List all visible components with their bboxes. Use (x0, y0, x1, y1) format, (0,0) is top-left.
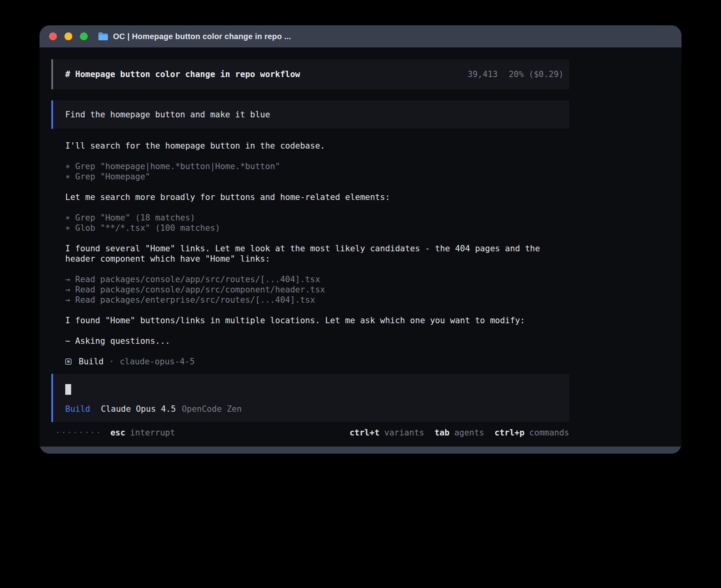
assistant-status-text: ~ Asking questions... (65, 336, 569, 346)
tool-call-group: → Read packages/console/app/src/routes/[… (65, 274, 569, 305)
user-message-text: Find the homepage button and make it blu… (65, 110, 270, 119)
zoom-window-button[interactable] (80, 32, 88, 40)
session-title: # Homepage button color change in repo w… (65, 69, 300, 79)
prompt-input[interactable]: BuildClaude Opus 4.5OpenCode Zen (51, 374, 569, 422)
esc-key-hint: esc (110, 428, 125, 438)
assistant-text: Let me search more broadly for buttons a… (65, 192, 569, 202)
tool-call-grep: ∗ Grep "Homepage" (65, 172, 569, 182)
assistant-text: I found "Home" buttons/links in multiple… (65, 315, 569, 326)
assistant-text: I'll search for the homepage button in t… (65, 141, 569, 151)
context-usage: 20% ($0.29) (509, 70, 564, 79)
folder-icon (98, 32, 108, 41)
mode-label: Build (65, 404, 90, 414)
shortcut-agents: tab agents (434, 428, 484, 438)
titlebar[interactable]: OC | Homepage button color change in rep… (40, 25, 681, 47)
assistant-response: I'll search for the homepage button in t… (65, 141, 569, 356)
session-meta: 39,41320% ($0.29) (468, 69, 564, 79)
prompt-input-line[interactable] (65, 384, 564, 395)
spinner-dots: ········ (55, 428, 102, 438)
window-title: OC | Homepage button color change in rep… (113, 32, 291, 41)
agent-status-row: Build · claude-opus-4-5 (65, 356, 569, 367)
tool-call-read: → Read packages/console/app/src/routes/[… (65, 274, 569, 285)
shortcut-commands: ctrl+p commands (495, 428, 569, 438)
shortcut-variants: ctrl+t variants (349, 428, 424, 438)
model-label: Claude Opus 4.5 (101, 404, 176, 414)
minimize-window-button[interactable] (64, 32, 72, 40)
assistant-text: I found several "Home" links. Let me loo… (65, 243, 569, 264)
tool-call-group: ∗ Grep "homepage|home.*button|Home.*butt… (65, 161, 569, 182)
esc-key-label: interrupt (130, 428, 175, 438)
tool-call-grep: ∗ Grep "Home" (18 matches) (65, 213, 569, 223)
session-header: # Homepage button color change in repo w… (51, 59, 569, 89)
tool-call-read: → Read packages/enterprise/src/routes/[.… (65, 295, 569, 305)
window-controls (49, 32, 88, 40)
tool-call-group: ∗ Grep "Home" (18 matches) ∗ Glob "**/*.… (65, 213, 569, 233)
provider-label: OpenCode Zen (182, 404, 242, 414)
user-message: Find the homepage button and make it blu… (51, 100, 569, 129)
statusbar: ········ esc interrupt ctrl+t variants t… (51, 428, 569, 438)
agent-model: claude-opus-4-5 (120, 356, 195, 367)
agent-badge-icon (65, 358, 72, 365)
tool-call-grep: ∗ Grep "homepage|home.*button|Home.*butt… (65, 161, 569, 172)
token-count: 39,413 (468, 70, 498, 79)
terminal-window: OC | Homepage button color change in rep… (40, 25, 681, 454)
editor-meta: BuildClaude Opus 4.5OpenCode Zen (65, 404, 564, 414)
close-window-button[interactable] (49, 32, 57, 40)
terminal-content: # Homepage button color change in repo w… (40, 47, 681, 447)
tool-call-glob: ∗ Glob "**/*.tsx" (100 matches) (65, 223, 569, 233)
agent-name: Build (79, 356, 104, 367)
text-cursor (65, 384, 71, 395)
agent-separator: · (109, 356, 114, 367)
tool-call-read: → Read packages/console/app/src/componen… (65, 285, 569, 295)
